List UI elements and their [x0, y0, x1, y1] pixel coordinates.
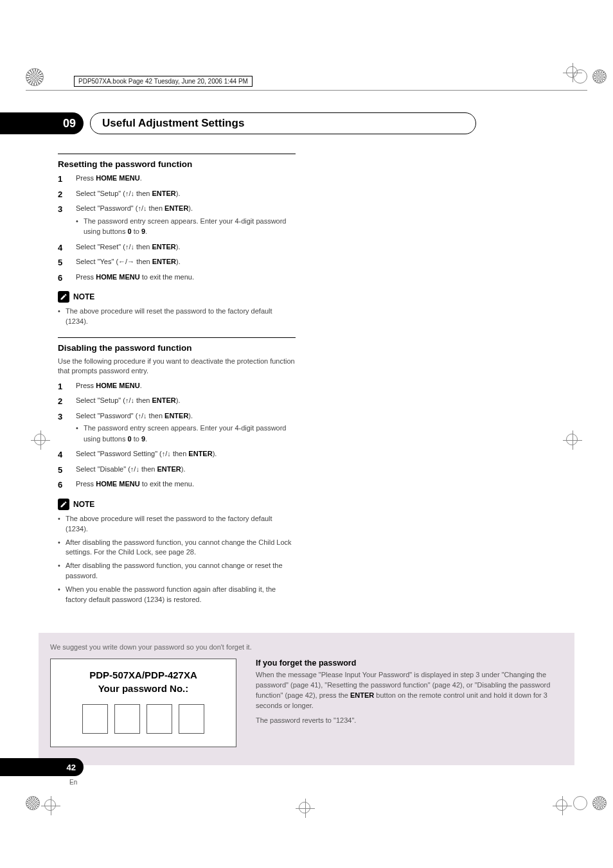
- pencil-icon: [58, 291, 69, 303]
- password-digit-box: [82, 704, 108, 734]
- page-language: En: [69, 779, 84, 786]
- arrow-up-down-icon: ↑/↓: [125, 190, 134, 197]
- note-item: The above procedure will reset the passw…: [58, 514, 296, 535]
- forget-password-block: If you forget the password When the mess…: [256, 659, 563, 747]
- step-sub-bullet: The password entry screen appears. Enter…: [76, 216, 296, 237]
- crop-mark-icon: [573, 796, 587, 810]
- page-number-wrap: 42 En: [0, 758, 84, 786]
- steps-list: Press HOME MENU. Select "Setup" (↑/↓ the…: [58, 380, 296, 490]
- arrow-up-down-icon: ↑/↓: [162, 450, 171, 457]
- note-label: NOTE: [73, 292, 94, 301]
- steps-list: Press HOME MENU. Select "Setup" (↑/↓ the…: [58, 173, 296, 282]
- step-item: Press HOME MENU.: [58, 173, 296, 184]
- chapter-title: Useful Adjustment Settings: [90, 112, 476, 134]
- step-item: Select "Setup" (↑/↓ then ENTER).: [58, 395, 296, 406]
- arrow-up-down-icon: ↑/↓: [125, 396, 134, 404]
- crop-mark-icon: [41, 796, 60, 815]
- step-item: Select "Reset" (↑/↓ then ENTER).: [58, 242, 296, 252]
- note-item: After disabling the password function, y…: [58, 538, 296, 558]
- arrow-left-right-icon: ←/→: [118, 258, 134, 265]
- note-item: When you enable the password function ag…: [58, 585, 296, 605]
- password-digit-box: [114, 704, 140, 734]
- step-item: Press HOME MENU to exit the menu.: [58, 479, 296, 490]
- password-card: PDP-507XA/PDP-427XA Your password No.:: [50, 659, 236, 747]
- forget-body-2: The password reverts to "1234".: [256, 716, 563, 724]
- step-item: Select "Setup" (↑/↓ then ENTER).: [58, 188, 296, 199]
- footer-panel: We suggest you write down your password …: [39, 633, 574, 765]
- crop-mark-icon: [592, 796, 607, 810]
- crop-mark-icon: [26, 68, 44, 86]
- page-number: 42: [0, 758, 84, 776]
- crop-mark-icon: [563, 430, 582, 450]
- crop-mark-icon: [31, 430, 50, 450]
- forget-title: If you forget the password: [256, 659, 563, 668]
- crop-mark-icon: [296, 799, 315, 818]
- crop-mark-icon: [592, 69, 607, 84]
- crop-mark-icon: [26, 796, 40, 810]
- note-list: The above procedure will reset the passw…: [58, 514, 296, 606]
- header-rule: [26, 90, 587, 91]
- note-list: The above procedure will reset the passw…: [58, 306, 296, 327]
- step-item: Select "Password Setting" (↑/↓ then ENTE…: [58, 448, 296, 459]
- section-rule: [58, 154, 296, 154]
- step-item: Press HOME MENU.: [58, 380, 296, 391]
- step-item: Select "Yes" (←/→ then ENTER).: [58, 256, 296, 267]
- arrow-up-down-icon: ↑/↓: [125, 243, 134, 251]
- note-item: After disabling the password function, y…: [58, 561, 296, 581]
- password-card-title: PDP-507XA/PDP-427XA Your password No.:: [57, 668, 229, 695]
- password-boxes: [57, 704, 229, 734]
- section-title: Disabling the password function: [58, 343, 296, 353]
- note-header: NOTE: [58, 291, 296, 303]
- arrow-up-down-icon: ↑/↓: [138, 412, 147, 420]
- footer-suggest-text: We suggest you write down your password …: [50, 643, 563, 651]
- step-item: Press HOME MENU to exit the menu.: [58, 272, 296, 283]
- forget-body: When the message "Please Input Your Pass…: [256, 670, 563, 711]
- section-rule: [58, 337, 296, 338]
- arrow-up-down-icon: ↑/↓: [130, 465, 139, 473]
- pencil-icon: [58, 499, 69, 510]
- password-digit-box: [179, 704, 204, 734]
- section-title: Resetting the password function: [58, 159, 296, 169]
- crop-mark-icon: [563, 63, 582, 82]
- password-digit-box: [147, 704, 172, 734]
- note-item: The above procedure will reset the passw…: [58, 306, 296, 327]
- step-item: Select "Disable" (↑/↓ then ENTER).: [58, 464, 296, 475]
- section-intro: Use the following procedure if you want …: [58, 357, 296, 376]
- arrow-up-down-icon: ↑/↓: [138, 204, 147, 212]
- note-header: NOTE: [58, 499, 296, 510]
- step-item: Select "Password" (↑/↓ then ENTER). The …: [58, 411, 296, 445]
- step-item: Select "Password" (↑/↓ then ENTER). The …: [58, 203, 296, 237]
- chapter-number: 09: [0, 112, 84, 134]
- chapter-header: Useful Adjustment Settings 09: [58, 112, 555, 134]
- crop-mark-icon: [553, 796, 572, 815]
- step-sub-bullet: The password entry screen appears. Enter…: [76, 423, 296, 444]
- book-header: PDP507XA.book Page 42 Tuesday, June 20, …: [74, 76, 253, 87]
- note-label: NOTE: [73, 500, 94, 509]
